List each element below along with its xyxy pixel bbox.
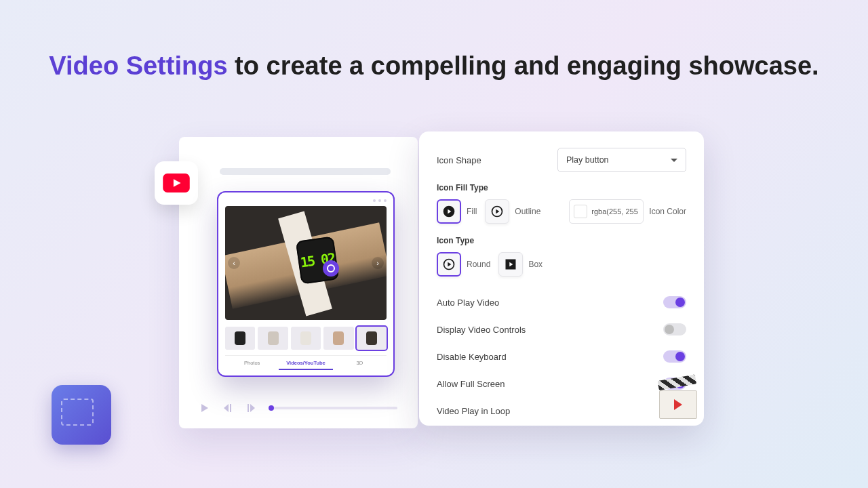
round-option[interactable] (437, 252, 461, 277)
youtube-icon (155, 161, 198, 205)
chevron-down-icon (671, 159, 677, 162)
box-option[interactable] (498, 252, 523, 277)
play-overlay-icon[interactable] (323, 260, 339, 277)
autoplay-label: Auto Play Video (437, 298, 499, 308)
icon-fill-type-label: Icon Fill Type (437, 183, 686, 192)
svg-marker-12 (448, 262, 451, 267)
prev-media-button[interactable]: ‹ (228, 257, 240, 269)
tab-3d[interactable]: 3D (333, 360, 387, 370)
icon-shape-select[interactable]: Play button (557, 148, 686, 172)
icon-color-label: Icon Color (649, 207, 686, 216)
next-media-button[interactable]: › (372, 257, 384, 269)
thumbnail[interactable] (225, 327, 255, 350)
outline-option[interactable] (485, 199, 509, 224)
progress-track[interactable] (269, 407, 397, 409)
media-tabs: Photos Videos/YouTube 3D (225, 355, 387, 370)
thumbnail[interactable] (323, 327, 353, 350)
app-icon (52, 385, 111, 445)
icon-type-label: Icon Type (437, 236, 686, 245)
skip-forward-icon[interactable] (245, 403, 256, 413)
headline-highlight: Video Settings (49, 52, 227, 80)
thumbnail-strip (225, 327, 387, 350)
svg-marker-5 (250, 404, 255, 412)
preview-stage: 15 02 ‹ › Photos Videos/YouTube 3D (179, 137, 418, 428)
round-label: Round (467, 260, 490, 269)
outline-label: Outline (515, 207, 540, 216)
svg-rect-4 (230, 404, 231, 412)
disable-keyboard-toggle[interactable] (663, 350, 686, 363)
thumbnail[interactable] (258, 327, 288, 350)
svg-rect-6 (248, 404, 249, 412)
page-headline: Video Settings to create a compelling an… (0, 0, 868, 83)
video-frame[interactable]: 15 02 ‹ › (225, 206, 387, 320)
skip-back-icon[interactable] (222, 403, 233, 413)
tab-videos[interactable]: Videos/YouTube (279, 360, 332, 370)
icon-color-input[interactable]: rgba(255, 255 (569, 199, 644, 224)
fill-label: Fill (467, 207, 477, 216)
color-value: rgba(255, 255 (591, 207, 638, 216)
loop-label: Video Play in Loop (437, 406, 510, 416)
svg-marker-3 (224, 404, 229, 412)
autoplay-toggle[interactable] (663, 296, 686, 308)
svg-marker-2 (201, 404, 208, 412)
window-dots (225, 199, 387, 202)
play-icon[interactable] (199, 403, 210, 413)
stage-top-bar (220, 168, 391, 175)
svg-marker-10 (496, 209, 500, 214)
headline-rest: to create a compelling and engaging show… (228, 52, 819, 80)
box-label: Box (528, 260, 542, 269)
color-chip (574, 205, 587, 218)
tab-photos[interactable]: Photos (225, 360, 279, 370)
video-controls-label: Display Video Controls (437, 325, 526, 335)
clapperboard-icon (659, 381, 705, 427)
playback-controls (199, 403, 397, 413)
video-player-card: 15 02 ‹ › Photos Videos/YouTube 3D (217, 191, 395, 377)
video-controls-toggle[interactable] (663, 323, 686, 336)
icon-shape-label: Icon Shape (437, 155, 481, 165)
thumbnail[interactable] (357, 327, 387, 350)
icon-shape-value: Play button (566, 155, 609, 165)
thumbnail[interactable] (291, 327, 321, 350)
fill-option[interactable] (437, 199, 461, 224)
fullscreen-label: Allow Full Screen (437, 379, 505, 389)
disable-keyboard-label: Disable Keyboard (437, 352, 507, 362)
